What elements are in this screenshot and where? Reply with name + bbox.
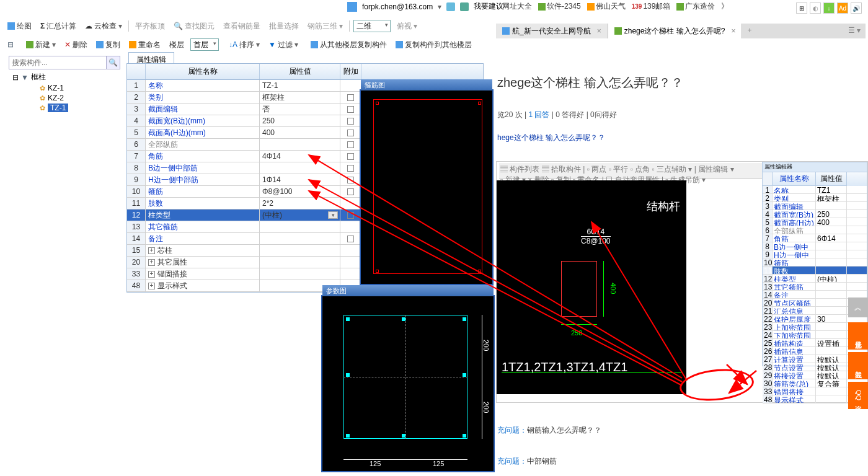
tree-root[interactable]: ⊟▼框柱 [12,71,124,83]
tab-question[interactable]: zhege这个梯柱 输入怎么弄呢?× [608,24,743,38]
copyto-button[interactable]: 复制构件到其他楼层 [393,38,474,51]
filter-button[interactable]: ▼过滤▾ [266,38,301,51]
tab-nav[interactable]: 航_新一代安全上网导航× [496,24,608,38]
param-diagram: 参数图 125 125 200 200 [321,295,495,472]
find-button[interactable]: 🔍查找图元 [171,20,217,33]
new-button[interactable]: 新建▾ [24,38,58,51]
tab-menu[interactable]: ☰ ▾ [843,24,866,38]
component-tree: ⊟▼框柱 ✿KZ-1 ✿KZ-2 ✿TZ-1 [12,71,124,113]
ad-icon[interactable]: Ad [837,2,848,14]
bulb-icon [446,2,455,11]
scroll-top[interactable]: ︽ [848,298,868,317]
user-email: forpk.chen@163.com [362,2,433,11]
feedback-button[interactable]: 意见反馈 [848,322,868,350]
question-subtitle: hege这个梯柱 输入怎么弄呢？？ [497,133,866,143]
copyfrom-button[interactable]: 从其他楼层复制构件 [308,38,389,51]
rebar3d-button[interactable]: 钢筋三维▾ [305,20,345,33]
link-sites[interactable]: 网址大全 [502,1,532,12]
search-input[interactable] [9,56,107,69]
tree-kz2[interactable]: ✿KZ-2 [40,93,124,103]
user-icon [347,2,357,12]
flat-button[interactable]: 平齐板顶 [133,20,167,33]
rename-button[interactable]: 重命名 [126,38,163,51]
search-button[interactable]: 🔍 [107,56,120,69]
tree-tz1[interactable]: ✿TZ-1 [40,103,124,113]
sum-button[interactable]: Σ汇总计算 [38,20,79,33]
draw-button[interactable]: 绘图 [5,20,34,33]
floor-button[interactable]: 楼层 [167,38,187,51]
link-139[interactable]: 139139邮箱 [632,1,671,12]
view2d-dropdown[interactable]: 二维 [353,20,391,32]
qq-button[interactable]: QQ咨询 [848,382,868,409]
grid-icon[interactable]: ⊞ [796,2,807,14]
look-button[interactable]: 俯视▾ [394,20,420,33]
suggest-link[interactable]: 我要建议 [474,1,503,12]
stirrup-diagram: 箍筋图 [360,89,494,285]
tree-kz1[interactable]: ✿KZ-1 [40,83,124,93]
new-tab[interactable]: + [742,24,756,38]
link-more[interactable]: 》 [721,1,728,12]
batch-button[interactable]: 批量选择 [267,20,301,33]
follow-button[interactable]: 关注我们 [848,352,868,379]
vol-icon[interactable]: 🔊 [851,2,862,14]
header-name: 属性名称 [146,64,260,79]
header-value: 属性值 [260,64,340,79]
sort-button[interactable]: ↓A排序▾ [226,38,262,51]
msg-icon[interactable] [460,2,469,11]
link-soft[interactable]: 软件-2345 [538,1,581,12]
del-button[interactable]: ✕删除 [62,38,90,51]
rebar-button[interactable]: 查看钢筋量 [221,20,263,33]
dl-icon[interactable]: ↓ [823,2,835,14]
circle-icon[interactable]: ◐ [810,2,821,14]
question-stats: 览20 次 | 1 回答 | 0 答得好 | 0问得好 [497,110,866,120]
question-title: zhege这个梯柱 输入怎么弄呢？？ [497,74,866,91]
answer-screenshot: ▤ 构件列表 ▤ 拾取构件 | ▫ 两点 ▫ 平行 ▫ 点角 ▫ 三点辅助 ▾ … [496,161,868,403]
cloud-button[interactable]: ☁云检查▾ [82,20,125,33]
tree-toggle[interactable]: ⊟ [5,39,16,50]
header-add: 附加 [340,64,361,79]
floor-dropdown[interactable]: 首层 [190,38,219,51]
link-weather[interactable]: 佛山天气 [587,1,626,12]
link-price[interactable]: 广东造价 [676,1,715,12]
copy-button[interactable]: 复制 [94,38,123,51]
